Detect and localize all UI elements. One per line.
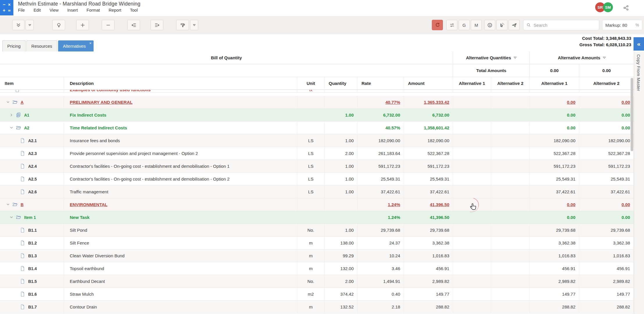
unit-cell[interactable]: LS: [297, 147, 325, 160]
description-cell[interactable]: Silt Pond: [64, 224, 297, 237]
column-header-item[interactable]: Item: [0, 77, 64, 90]
vertical-scrollbar[interactable]: [631, 78, 633, 151]
alt1-quantity-cell[interactable]: [453, 173, 491, 185]
rate-cell[interactable]: 24.37: [357, 237, 404, 249]
item-cell[interactable]: A2.3: [0, 147, 64, 160]
alt1-amount-cell[interactable]: 149.77: [530, 288, 579, 301]
table-row[interactable]: A2Time Related Indirect Costs40.57%1,358…: [0, 122, 634, 134]
description-cell[interactable]: Provide personnel supervision and projec…: [64, 147, 297, 160]
alt1-quantity-cell[interactable]: [453, 147, 491, 160]
alt2-quantity-cell[interactable]: [491, 211, 530, 224]
alt2-amount-cell[interactable]: 591,172.23: [579, 160, 634, 173]
description-cell[interactable]: Examples of commonly used functions: [64, 90, 297, 93]
menu-item-format[interactable]: Format: [87, 8, 100, 13]
alt1-quantity-cell[interactable]: [453, 122, 491, 134]
description-cell[interactable]: Topsoil earthbund: [64, 262, 297, 275]
alt1-amount-cell[interactable]: 29,739.68: [530, 224, 579, 237]
alt2-quantity-cell[interactable]: [491, 275, 530, 288]
alternative-1-total[interactable]: 0.00: [530, 64, 579, 77]
alt2-quantity-cell[interactable]: [491, 301, 530, 313]
quantity-cell[interactable]: 1.00: [325, 109, 357, 122]
item-cell[interactable]: B1.2: [0, 237, 64, 249]
chevron-down-icon[interactable]: [6, 100, 10, 104]
refresh-button[interactable]: [432, 20, 443, 30]
search-box[interactable]: [523, 20, 599, 30]
amount-cell[interactable]: 6,732.00: [404, 109, 453, 122]
item-cell[interactable]: B: [0, 198, 64, 211]
amount-cell[interactable]: 522,367.28: [404, 147, 453, 160]
alt2-quantity-cell[interactable]: [491, 224, 530, 237]
alt2-amount-cell[interactable]: 0.00: [579, 211, 634, 224]
alt2-quantity-cell[interactable]: [491, 160, 530, 173]
column-header-unit[interactable]: Unit: [297, 77, 325, 90]
alt1-quantity-cell[interactable]: [453, 109, 491, 122]
alt1-amount-cell[interactable]: 2,989.82: [530, 275, 579, 288]
rate-cell[interactable]: 1,494.91: [357, 275, 404, 288]
table-row[interactable]: A2.6Traffic managementLS1.0037,422.6137,…: [0, 185, 634, 198]
alt1-amount-cell[interactable]: 456.91: [530, 262, 579, 275]
banner-alternative-amounts[interactable]: Alternative Amounts: [530, 51, 634, 64]
chevron-right-icon[interactable]: [9, 113, 14, 117]
amount-cell[interactable]: 37,422.61: [404, 185, 453, 198]
unit-cell[interactable]: m: [297, 249, 325, 262]
alt1-amount-cell[interactable]: 0.00: [530, 122, 579, 134]
column-header-alternative-2-amt[interactable]: Alternative 2: [579, 77, 634, 90]
copy-from-master-panel[interactable]: Copy From Master: [634, 51, 644, 314]
amount-cell[interactable]: 3,362.38: [404, 237, 453, 249]
alt1-amount-cell[interactable]: 25,549.31: [530, 173, 579, 185]
unit-cell[interactable]: [297, 109, 325, 122]
alt1-amount-cell[interactable]: 0.00: [530, 211, 579, 224]
description-cell[interactable]: Contractor's facilities - On-going cost …: [64, 160, 297, 173]
alt2-quantity-cell[interactable]: [491, 173, 530, 185]
item-cell[interactable]: B1.1: [0, 224, 64, 237]
amount-cell[interactable]: 41,396.50: [404, 211, 453, 224]
description-cell[interactable]: Time Related Indirect Costs: [64, 122, 297, 134]
quantity-cell[interactable]: 2.00: [325, 147, 357, 160]
quantity-cell[interactable]: 99.29: [325, 249, 357, 262]
alt1-amount-cell[interactable]: 591,172.23: [530, 160, 579, 173]
description-cell[interactable]: Contour Drain: [64, 301, 297, 313]
rate-cell[interactable]: 3.46: [357, 262, 404, 275]
unit-cell[interactable]: LS: [297, 160, 325, 173]
table-row[interactable]: Item 1New Task1.24%41,396.500.000.00: [0, 211, 634, 224]
description-cell[interactable]: New Task: [64, 211, 297, 224]
description-cell[interactable]: Traffic management: [64, 185, 297, 198]
alt1-amount-cell[interactable]: 182,090.00: [530, 134, 579, 147]
column-header-amount[interactable]: Amount: [404, 77, 453, 90]
unit-cell[interactable]: LS: [297, 134, 325, 147]
alt1-amount-cell[interactable]: 522,367.28: [530, 147, 579, 160]
amount-cell[interactable]: 1,365,333.42: [404, 96, 453, 109]
amount-cell[interactable]: 591,172.23: [404, 160, 453, 173]
quantity-cell[interactable]: 1.00: [325, 134, 357, 147]
collapse-options-button[interactable]: [26, 20, 34, 30]
description-cell[interactable]: Earthbund Decant: [64, 275, 297, 288]
table-row[interactable]: APRELIMINARY AND GENERAL40.77%1,365,333.…: [0, 96, 634, 109]
amount-cell[interactable]: 2,989.82: [404, 275, 453, 288]
rate-cell[interactable]: 261,183.64: [357, 147, 404, 160]
item-cell[interactable]: A2.6: [0, 185, 64, 198]
alt1-quantity-cell[interactable]: [453, 301, 491, 313]
alt1-amount-cell[interactable]: [530, 90, 579, 93]
alt2-amount-cell[interactable]: 2,989.82: [579, 275, 634, 288]
alt2-amount-cell[interactable]: 0.00: [579, 96, 634, 109]
table-row[interactable]: A2.4Contractor's facilities - On-going c…: [0, 160, 634, 173]
table-row[interactable]: Examples of commonly used functionsIx: [0, 90, 634, 96]
quantity-cell[interactable]: 132.52: [325, 301, 357, 313]
alt2-amount-cell[interactable]: 37,422.61: [579, 185, 634, 198]
alt2-amount-cell[interactable]: 0.00: [579, 109, 634, 122]
menu-item-view[interactable]: View: [49, 8, 58, 13]
item-cell[interactable]: B1.5: [0, 275, 64, 288]
alt2-quantity-cell[interactable]: [491, 109, 530, 122]
search-input[interactable]: [533, 22, 596, 28]
amount-cell[interactable]: 456.91: [404, 262, 453, 275]
alt1-quantity-cell[interactable]: [453, 134, 491, 147]
table-row[interactable]: B1.6Straw Mulchm2374.420.40149.77149.771…: [0, 288, 634, 301]
rate-cell[interactable]: 37,422.61: [357, 185, 404, 198]
table-row[interactable]: B1.4Topsoil earthbundm132.003.46456.9145…: [0, 262, 634, 275]
alt1-quantity-cell[interactable]: [453, 275, 491, 288]
amount-cell[interactable]: 41,396.50: [404, 198, 453, 211]
alt2-amount-cell[interactable]: 3,362.38: [579, 237, 634, 249]
alt1-quantity-cell[interactable]: [453, 224, 491, 237]
description-cell[interactable]: PRELIMINARY AND GENERAL: [64, 96, 297, 109]
alt2-amount-cell[interactable]: 288.82: [579, 301, 634, 313]
